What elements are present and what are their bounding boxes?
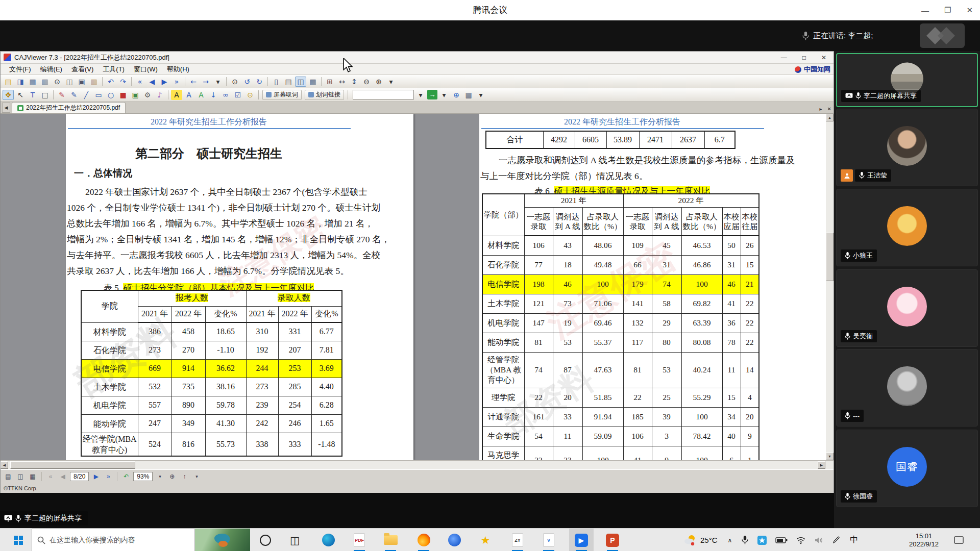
participant-tile[interactable]: 王洁莹 xyxy=(836,109,978,186)
caj-close-button[interactable]: ✕ xyxy=(821,54,826,61)
screen-capture-word-button[interactable]: 屏幕取词 xyxy=(262,90,302,100)
caj-minimize-button[interactable]: — xyxy=(781,54,787,61)
search-combo-input[interactable] xyxy=(353,90,414,99)
rotate-left-icon[interactable]: ↺ xyxy=(241,77,253,87)
print-icon[interactable]: ▦ xyxy=(27,77,38,87)
last-page-icon[interactable]: » xyxy=(171,77,182,87)
zoom-in-icon[interactable]: ⊕ xyxy=(373,77,384,87)
print2-icon[interactable]: ▦ xyxy=(463,90,474,100)
tray-meeting-icon[interactable] xyxy=(753,529,771,551)
participant-tile[interactable]: --- xyxy=(836,349,978,427)
menu-item[interactable]: 工具(T) xyxy=(98,64,129,75)
close-button[interactable]: ✕ xyxy=(966,6,973,15)
taskbar-app-pdf-reader[interactable]: PDF xyxy=(347,529,372,551)
prev-page-icon[interactable]: ◀ xyxy=(146,77,158,87)
fit-width-icon[interactable]: ↔ xyxy=(336,77,348,87)
sound-note-icon[interactable]: ♪ xyxy=(154,90,165,100)
paste-icon[interactable]: ▥ xyxy=(88,77,100,87)
participant-tile[interactable]: 吴奕衡 xyxy=(836,269,978,347)
go-button[interactable]: → xyxy=(427,90,437,99)
select-tool-icon[interactable]: ↖ xyxy=(15,90,26,100)
taskbar-app-file-explorer[interactable] xyxy=(378,529,403,551)
taskbar-app-edge[interactable] xyxy=(316,529,340,551)
snapshot-icon[interactable]: ⊞ xyxy=(324,77,335,87)
weather-temp[interactable]: 25°C xyxy=(698,529,723,551)
find-icon[interactable]: ⊙ xyxy=(52,77,63,87)
next-page-icon[interactable]: ▶ xyxy=(159,77,170,87)
caret-icon[interactable]: ▾ xyxy=(212,77,224,87)
menu-item[interactable]: 帮助(H) xyxy=(162,64,194,75)
print-batch-icon[interactable]: ▥ xyxy=(39,77,51,87)
status-prev-icon[interactable]: ◀ xyxy=(58,472,68,481)
scroll-right-icon[interactable]: ▶ xyxy=(818,461,825,469)
wifi-icon[interactable] xyxy=(792,529,810,551)
participant-tile[interactable]: 小狼王 xyxy=(836,189,978,266)
pencil-icon[interactable]: ✎ xyxy=(56,90,67,100)
status-last-icon[interactable]: » xyxy=(103,472,113,481)
caret3-icon[interactable]: ▾ xyxy=(475,90,486,100)
first-page-icon[interactable]: « xyxy=(134,77,145,87)
participant-tile[interactable]: 国睿徐国睿 xyxy=(836,430,978,507)
go-top-icon[interactable]: ↑ xyxy=(179,472,189,481)
taskbar-app-blue-browser[interactable] xyxy=(442,529,467,551)
pdf-viewport[interactable]: 2022 年研究生招生工作分析报告 第二部分 硕士研究生招生 一．总体情况 20… xyxy=(1,114,834,460)
copy-icon[interactable]: ▣ xyxy=(76,77,87,87)
ellipse-icon[interactable]: ○ xyxy=(105,90,116,100)
zoom-lens-icon[interactable]: ⊙ xyxy=(229,77,240,87)
text-select-icon[interactable]: T xyxy=(27,90,38,100)
link-icon[interactable]: ∞ xyxy=(220,90,231,100)
pen-icon[interactable] xyxy=(828,529,845,551)
redo-icon[interactable]: ↷ xyxy=(117,77,129,87)
fit-height-icon[interactable]: ↕ xyxy=(349,77,360,87)
taskbar-app-task-view[interactable]: ◫ xyxy=(283,529,307,551)
ime-indicator[interactable]: 中 xyxy=(845,529,863,551)
taskbar-search[interactable]: 在这里输入你要搜索的内容 xyxy=(32,529,195,551)
tip-icon[interactable]: ⊙ xyxy=(244,90,256,100)
check-icon[interactable]: ☑ xyxy=(232,90,243,100)
vertical-scroll-thumb[interactable] xyxy=(826,233,834,281)
zoom-indicator[interactable]: 93% xyxy=(133,472,153,481)
view-forward-icon[interactable]: → xyxy=(200,77,211,87)
menu-item[interactable]: 查看(V) xyxy=(67,64,98,75)
taskbar-app-powerpoint[interactable]: P xyxy=(600,529,625,551)
scroll-up-icon[interactable]: ▲ xyxy=(826,114,834,121)
start-button[interactable] xyxy=(6,529,31,551)
view-facing-continuous-icon[interactable]: ▦ xyxy=(307,77,318,87)
tab-scroll-right-icon[interactable]: ▸ xyxy=(820,106,822,112)
gear-icon[interactable]: ⚙ xyxy=(142,90,153,100)
cajviewer-titlebar[interactable]: CAJViewer 7.3 - [2022年招生工作总结20220705.pdf… xyxy=(1,52,834,64)
notification-center-button[interactable] xyxy=(948,529,969,551)
area-select-icon[interactable]: □ xyxy=(39,90,51,100)
zoom-caret-icon[interactable]: ▾ xyxy=(155,472,165,481)
line-icon[interactable]: ╱ xyxy=(81,90,92,100)
minimize-button[interactable]: — xyxy=(921,6,929,15)
view-single-icon[interactable]: ▯ xyxy=(271,77,282,87)
taskbar-app-zy-app[interactable]: ZY xyxy=(505,529,530,551)
scroll-down-icon[interactable]: ▼ xyxy=(826,453,834,460)
font-color-icon[interactable]: A xyxy=(183,90,194,100)
taskbar-app-cortana[interactable] xyxy=(253,529,278,551)
view-facing-icon[interactable]: ◫ xyxy=(295,77,306,87)
menu-item[interactable]: 窗口(W) xyxy=(129,64,162,75)
rotate-right-icon[interactable]: ↻ xyxy=(254,77,265,87)
book-icon[interactable]: ◫ xyxy=(64,77,75,87)
tab-close-icon[interactable]: ✕ xyxy=(827,106,831,112)
status-single-icon[interactable]: ▤ xyxy=(3,472,13,481)
status-facing-icon[interactable]: ◫ xyxy=(15,472,26,481)
highlighter-icon[interactable]: A xyxy=(171,90,182,100)
web-icon[interactable]: ⊕ xyxy=(451,90,462,100)
speaker-icon[interactable] xyxy=(810,529,828,551)
save-icon[interactable]: ◨ xyxy=(15,77,26,87)
maximize-button[interactable]: ❐ xyxy=(944,6,951,15)
taskbar-clock[interactable]: 15:01 2022/9/12 xyxy=(902,529,945,551)
undo-icon[interactable]: ↶ xyxy=(105,77,116,87)
previous-view-icon[interactable]: ↶ xyxy=(121,472,131,481)
view-continuous-icon[interactable]: ▤ xyxy=(283,77,294,87)
font-style-icon[interactable]: A xyxy=(195,90,207,100)
combo-caret-icon[interactable]: ▾ xyxy=(415,90,426,100)
menu-item[interactable]: 文件(F) xyxy=(5,64,36,75)
hand-tool-icon[interactable]: ✥ xyxy=(3,90,14,100)
status-next-icon[interactable]: ▶ xyxy=(91,472,101,481)
arrow-down-icon[interactable]: ↓ xyxy=(208,90,219,100)
taskbar-app-favorites[interactable]: ★ xyxy=(473,529,498,551)
